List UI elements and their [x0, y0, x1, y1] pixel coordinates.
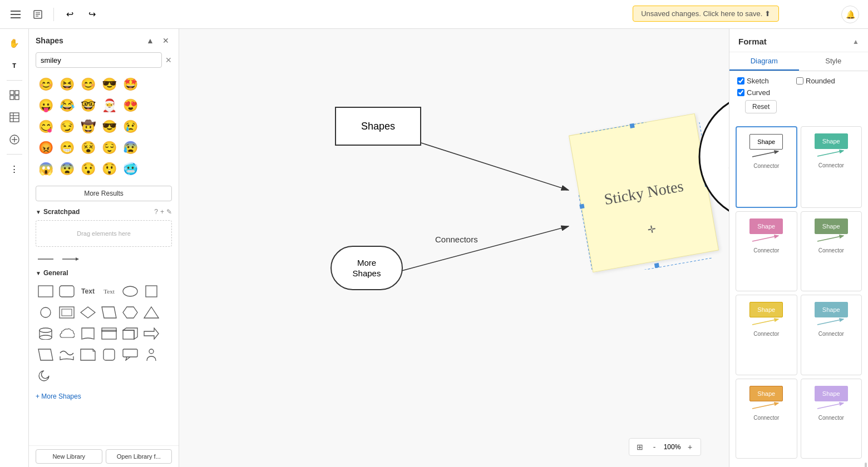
shape-box3d[interactable] — [120, 324, 140, 344]
emoji-item[interactable]: 😁 — [57, 138, 77, 158]
left-strip-insert[interactable] — [4, 130, 24, 150]
style-card-3[interactable]: Shape Connector — [736, 211, 797, 292]
canvas-more-shapes-bubble[interactable]: MoreShapes — [331, 246, 403, 290]
search-clear-btn[interactable]: ✕ — [165, 52, 172, 68]
left-strip-more[interactable]: ⋮ — [4, 159, 24, 179]
open-library-btn[interactable]: Open Library f... — [106, 449, 172, 464]
emoji-item[interactable]: 😂 — [57, 96, 77, 116]
zoom-fit-btn[interactable]: ⊞ — [634, 441, 646, 453]
shape-moon[interactable] — [36, 366, 56, 386]
emoji-item[interactable]: 😵 — [78, 138, 98, 158]
emoji-item[interactable]: 🥶 — [120, 159, 140, 179]
curved-checkbox-label[interactable]: Curved — [737, 88, 793, 97]
shape-cylinder[interactable] — [36, 324, 56, 344]
shape-script[interactable]: Text — [99, 281, 119, 301]
shape-frame[interactable] — [99, 324, 119, 344]
shape-doc[interactable] — [78, 324, 98, 344]
scrollbar-handle[interactable] — [865, 463, 867, 467]
panel-expand-btn[interactable]: ▲ — [144, 34, 156, 47]
canvas-shapes-box[interactable]: Shapes — [335, 107, 421, 146]
shape-ellipse[interactable] — [120, 281, 140, 301]
shape-rect-rounded[interactable] — [36, 281, 56, 301]
rounded-checkbox-label[interactable]: Rounded — [796, 77, 852, 85]
curved-checkbox[interactable] — [737, 89, 744, 96]
style-card-6[interactable]: Shape Connector — [801, 295, 862, 375]
left-strip-shapes[interactable] — [4, 85, 24, 105]
shape-diamond[interactable] — [78, 302, 98, 322]
shape-circle[interactable] — [36, 302, 56, 322]
emoji-item[interactable]: 😎 — [99, 117, 119, 137]
reset-btn[interactable]: Reset — [745, 100, 777, 113]
shape-note[interactable] — [78, 345, 98, 365]
style-card-2[interactable]: Shape Connector — [801, 126, 862, 208]
shape-wave[interactable] — [57, 345, 77, 365]
emoji-item[interactable]: 😯 — [78, 159, 98, 179]
zoom-in-btn[interactable]: + — [684, 441, 696, 453]
more-results-btn[interactable]: More Results — [36, 186, 172, 201]
shape-square-rounded[interactable] — [99, 345, 119, 365]
shape-hexagon[interactable] — [120, 302, 140, 322]
zoom-out-btn[interactable]: - — [648, 441, 660, 453]
shape-callout[interactable] — [120, 345, 140, 365]
style-card-4[interactable]: Shape Connector — [801, 211, 862, 292]
panel-close-btn[interactable]: ✕ — [160, 34, 172, 47]
emoji-item[interactable]: 🤠 — [78, 117, 98, 137]
shape-parallelogram[interactable] — [99, 302, 119, 322]
style-card-7[interactable]: Shape Connector — [736, 379, 797, 459]
shape-person[interactable] — [141, 345, 161, 365]
style-card-5[interactable]: Shape Connector — [736, 295, 797, 375]
search-input[interactable] — [36, 52, 162, 68]
emoji-item[interactable]: 😲 — [99, 159, 119, 179]
undo-button[interactable]: ↩ — [61, 6, 78, 23]
emoji-item[interactable]: 😎 — [99, 74, 119, 95]
emoji-item[interactable]: 🤓 — [78, 96, 98, 116]
emoji-item[interactable]: 😏 — [57, 117, 77, 137]
format-panel-collapse-btn[interactable]: ▲ — [852, 38, 859, 46]
left-strip-hand[interactable]: ✋ — [4, 33, 24, 53]
tab-diagram[interactable]: Diagram — [729, 52, 799, 71]
emoji-item[interactable]: 😡 — [36, 138, 56, 158]
more-shapes-row[interactable]: + More Shapes — [29, 388, 179, 405]
redo-button[interactable]: ↪ — [83, 6, 101, 23]
scratchpad-add[interactable]: + — [160, 208, 164, 216]
shape-rect-sq[interactable] — [141, 281, 161, 301]
shape-rect-inner[interactable] — [57, 302, 77, 322]
emoji-item[interactable]: 😊 — [36, 74, 56, 95]
emoji-item[interactable]: 😱 — [36, 159, 56, 179]
rounded-checkbox[interactable] — [796, 77, 803, 85]
emoji-item[interactable]: 😰 — [120, 138, 140, 158]
unsaved-banner[interactable]: Unsaved changes. Click here to save. ⬆ — [633, 6, 779, 22]
style-card-1[interactable]: Shape Connector — [736, 126, 797, 208]
emoji-item[interactable]: 😍 — [120, 96, 140, 116]
emoji-item[interactable]: 😢 — [120, 117, 140, 137]
emoji-item[interactable]: 😋 — [36, 117, 56, 137]
shape-rect-rounded2[interactable] — [57, 281, 77, 301]
canvas-area[interactable]: Shapes Sticky Notes ✛ — [179, 29, 729, 467]
new-library-btn[interactable]: New Library — [36, 449, 102, 464]
shape-cloud[interactable] — [57, 324, 77, 344]
menu-button[interactable] — [7, 6, 24, 23]
sketch-checkbox-label[interactable]: Sketch — [737, 77, 793, 85]
general-header[interactable]: ▼ General — [29, 267, 179, 279]
emoji-item[interactable]: 😨 — [57, 159, 77, 179]
emoji-item[interactable]: 😆 — [57, 74, 77, 95]
scratchpad-header[interactable]: ▼ Scratchpad ? + ✎ — [29, 206, 179, 218]
canvas-smiley[interactable] — [697, 90, 729, 223]
left-strip-table[interactable] — [4, 107, 24, 127]
emoji-item[interactable]: 😛 — [36, 96, 56, 116]
shape-text[interactable]: Text — [78, 281, 98, 301]
pages-button[interactable] — [29, 6, 47, 23]
style-card-8[interactable]: Shape Connector — [801, 379, 862, 459]
emoji-item[interactable]: 😊 — [78, 74, 98, 95]
sketch-checkbox[interactable] — [737, 77, 744, 85]
emoji-item[interactable]: 🎅 — [99, 96, 119, 116]
left-strip-text[interactable]: T — [4, 56, 24, 76]
bell-button[interactable]: 🔔 — [841, 6, 859, 23]
scratchpad-help[interactable]: ? — [154, 208, 158, 216]
shape-arrow-right[interactable] — [141, 324, 161, 344]
shape-line-arrow[interactable] — [60, 254, 80, 265]
shape-trapezoid[interactable] — [36, 345, 56, 365]
emoji-item[interactable]: 🤩 — [120, 74, 140, 95]
shape-line-straight[interactable] — [36, 254, 56, 265]
scratchpad-edit[interactable]: ✎ — [166, 208, 172, 216]
